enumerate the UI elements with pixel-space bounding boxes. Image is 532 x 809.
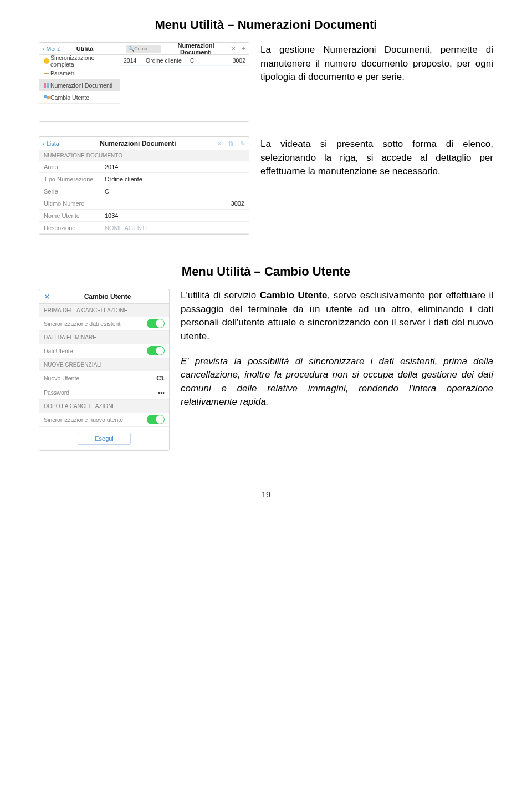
left-panel-title: Utilità <box>76 45 94 52</box>
numbers-icon <box>43 82 50 89</box>
toggle-row-sync-after[interactable]: Sincronizzazione nuovo utente <box>39 413 169 427</box>
svg-rect-2 <box>44 83 46 88</box>
sidebar-item-params[interactable]: Parametri <box>39 67 120 79</box>
wrench-icon <box>43 69 50 77</box>
field-label: Nuovo Utente <box>44 375 156 381</box>
cell-numero: 3002 <box>210 57 245 64</box>
field-value: 3002 <box>105 200 244 207</box>
text-bold: Cambio Utente <box>260 290 328 301</box>
field-label: Anno <box>44 164 105 170</box>
menu-back-label: Menù <box>46 45 60 52</box>
add-icon[interactable]: + <box>242 45 245 53</box>
toggle-on-icon[interactable] <box>147 319 165 328</box>
section-header: PRIMA DELLA CANCELLAZIONE <box>39 304 169 317</box>
section-header: DATI DA ELIMINARE <box>39 331 169 344</box>
section-header: DOPO LA CANCELLAZIONE <box>39 400 169 413</box>
field-value: C1 <box>156 375 165 381</box>
form-row-ultimo: Ultimo Numero3002 <box>39 197 249 210</box>
sidebar: Sincronizzazione completa Parametri Nume… <box>39 55 120 121</box>
cell-anno: 2014 <box>124 57 146 64</box>
section-title-1: Menu Utilità – Numerazioni Documenti <box>39 18 493 32</box>
svg-rect-3 <box>47 83 49 88</box>
form-row-serie: SerieC <box>39 185 249 197</box>
form-row-nome: Nome Utente1034 <box>39 210 249 222</box>
sidebar-item-label: Parametri <box>50 70 76 77</box>
text-fragment: L'utilità di servizio <box>181 290 260 301</box>
svg-point-0 <box>44 58 49 64</box>
screenshot-numerazioni-1: ‹ Menù Utilità 🔍 Cerca Numerazioni Docum… <box>39 42 249 122</box>
sidebar-item-numerazioni[interactable]: Numerazioni Documenti <box>39 79 120 91</box>
toggle-on-icon[interactable] <box>147 346 165 355</box>
page-number: 19 <box>39 490 493 499</box>
back-link[interactable]: ‹ Lista <box>43 140 59 147</box>
screenshot-numerazioni-2: ‹ Lista Numerazioni Documenti ✕ 🗑 ✎ NUME… <box>39 136 249 235</box>
search-placeholder: Cerca <box>134 46 147 52</box>
field-label: Ultimo Numero <box>44 200 105 207</box>
field-value: NOME AGENTE <box>105 225 244 231</box>
field-label: Password <box>44 389 158 396</box>
cell-tipo: Ordine cliente <box>146 57 190 64</box>
form-row-anno: Anno2014 <box>39 161 249 173</box>
section-header: NUMERAZIONE DOCUMENTO <box>39 150 249 161</box>
paragraph-1: La gestione Numerazioni Documenti, perme… <box>260 42 493 84</box>
menu-back-link[interactable]: ‹ Menù <box>39 45 61 52</box>
form-row-tipo: Tipo NumerazioneOrdine cliente <box>39 173 249 185</box>
close-icon[interactable]: ✕ <box>217 140 222 147</box>
svg-point-5 <box>47 96 50 99</box>
sidebar-item-cambio[interactable]: Cambio Utente <box>39 91 120 104</box>
input-row-password[interactable]: Password ••• <box>39 385 169 400</box>
toggle-on-icon[interactable] <box>147 415 165 424</box>
paragraph-2: La videata si presenta sotto forma di el… <box>260 136 493 179</box>
dialog-title: Cambio Utente <box>50 293 165 301</box>
field-value: 1034 <box>105 212 244 219</box>
field-label: Serie <box>44 188 105 195</box>
esegui-button[interactable]: Esegui <box>78 433 131 445</box>
toggle-row-sync-before[interactable]: Sincronizzazione dati esistenti <box>39 317 169 331</box>
field-label: Sincronizzazione dati esistenti <box>44 320 147 327</box>
svg-rect-1 <box>44 73 49 74</box>
field-value: C <box>105 188 244 195</box>
trash-icon[interactable]: 🗑 <box>228 140 234 147</box>
field-value: 2014 <box>105 164 244 170</box>
form-row-descr: DescrizioneNOME AGENTE <box>39 222 249 234</box>
screenshot-cambio-utente: ✕ Cambio Utente PRIMA DELLA CANCELLAZION… <box>39 289 170 451</box>
cell-serie: C <box>190 57 210 64</box>
close-icon[interactable]: ✕ <box>44 292 50 301</box>
right-panel-title: Numerazioni Documenti <box>161 42 231 55</box>
field-label: Dati Utente <box>44 348 147 354</box>
close-icon[interactable]: ✕ <box>231 45 236 53</box>
field-label: Nome Utente <box>44 212 105 219</box>
sync-icon <box>43 57 50 65</box>
paragraph-4: E' prevista la possibilità di sincronizz… <box>181 355 493 410</box>
detail-title: Numerazioni Documenti <box>59 140 217 147</box>
section-title-2: Menu Utilità – Cambio Utente <box>39 264 493 279</box>
paragraph-3: L'utilità di servizio Cambio Utente, ser… <box>181 289 493 344</box>
table-row[interactable]: 2014 Ordine cliente C 3002 <box>120 55 249 66</box>
sidebar-item-sync[interactable]: Sincronizzazione completa <box>39 55 120 67</box>
sidebar-item-label: Sincronizzazione completa <box>50 54 116 68</box>
sidebar-item-label: Cambio Utente <box>50 94 89 101</box>
field-value: Ordine cliente <box>105 176 244 182</box>
field-value: ••• <box>158 389 165 396</box>
field-label: Tipo Numerazione <box>44 176 105 182</box>
field-label: Sincronizzazione nuovo utente <box>44 416 147 423</box>
sidebar-item-label: Numerazioni Documenti <box>50 82 112 89</box>
field-label: Descrizione <box>44 225 105 231</box>
edit-icon[interactable]: ✎ <box>240 140 245 147</box>
input-row-nuovo-utente[interactable]: Nuovo Utente C1 <box>39 371 169 385</box>
back-label: Lista <box>47 140 59 147</box>
section-header: NUOVE CREDENZIALI <box>39 358 169 371</box>
toggle-row-dati[interactable]: Dati Utente <box>39 344 169 358</box>
search-input[interactable]: 🔍 Cerca <box>126 45 161 53</box>
users-icon <box>43 94 50 101</box>
